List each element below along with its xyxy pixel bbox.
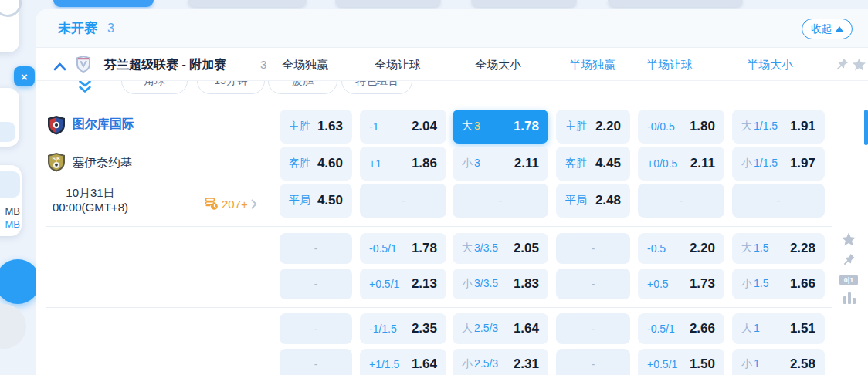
app-thumbnail	[0, 171, 20, 198]
odds-cell-empty[interactable]: -	[556, 349, 630, 375]
odds-column: - -	[556, 233, 630, 299]
section-header-bar: 未开赛 3 收起	[36, 9, 868, 48]
odds-cell[interactable]: -1/1.52.35	[360, 313, 446, 344]
score-01-icon[interactable]: 0|1	[839, 275, 858, 285]
odds-cell[interactable]: -12.04	[360, 110, 446, 144]
odds-cell-empty[interactable]: -	[280, 269, 352, 299]
odds-column-ht-overunder: 大1/1.51.91 小1/1.51.97 -	[732, 110, 825, 218]
scrollbar-thumb[interactable]	[864, 110, 868, 145]
odds-column: -0.52.20 +0.51.73	[638, 233, 724, 299]
odds-cell-empty[interactable]: -	[280, 313, 352, 344]
close-icon: ×	[21, 70, 28, 83]
odds-cell[interactable]: 小32.11	[453, 147, 548, 181]
odds-column-ft-handicap: -12.04 +11.86 -	[360, 110, 446, 218]
close-panel-button[interactable]: ×	[14, 66, 35, 86]
odds-cell[interactable]: 大1.52.28	[732, 233, 825, 264]
divider	[46, 226, 832, 227]
floating-secondary-button[interactable]	[0, 304, 26, 349]
odds-cell[interactable]: 小2.5/32.31	[453, 349, 548, 375]
odds-cell[interactable]: 小12.58	[732, 349, 825, 375]
divider	[46, 307, 832, 308]
chevron-up-icon[interactable]	[53, 60, 66, 74]
floating-action-button[interactable]	[0, 259, 40, 304]
odds-column-ft-1x2: 主胜1.63 客胜4.60 平局4.50	[280, 110, 352, 218]
odds-cell-empty[interactable]: -	[280, 349, 352, 375]
odds-cell[interactable]: +1/1.51.64	[360, 349, 446, 375]
odds-cell[interactable]: +11.86	[360, 147, 446, 181]
top-tab-5[interactable]	[608, 0, 743, 7]
stats-bar-chart-icon[interactable]	[843, 292, 856, 307]
file-size-label-blue[interactable]: MB	[0, 218, 20, 230]
odds-cell-ht-away-win[interactable]: 客胜4.45	[556, 147, 630, 181]
odds-cell-empty[interactable]: -	[732, 184, 825, 218]
file-size-label-dark: MB	[0, 205, 20, 217]
odds-column: - -	[280, 313, 352, 375]
league-match-count: 3	[260, 48, 266, 81]
odds-cell[interactable]: -0/0.51.80	[638, 110, 724, 144]
column-header-ft-1x2: 全场独赢	[270, 48, 340, 81]
odds-cell[interactable]: +0.5/12.13	[360, 269, 446, 299]
odds-cell-empty[interactable]: -	[280, 233, 352, 264]
svg-text:S|K: S|K	[53, 156, 61, 162]
section-title: 未开赛	[58, 9, 97, 48]
pin-icon[interactable]	[843, 253, 856, 269]
odds-cell-empty[interactable]: -	[556, 313, 630, 344]
top-tab-2[interactable]	[188, 0, 307, 7]
betting-odds-page: MB MB × 未开赛 3 收起 角球 15分钟 波胆 特色组合	[0, 0, 868, 375]
odds-cell[interactable]: +0/0.52.11	[638, 147, 724, 181]
odds-cell-selected[interactable]: 大31.78	[453, 110, 548, 144]
odds-cell[interactable]: -0.52.20	[638, 233, 724, 264]
odds-cell[interactable]: 小1.51.66	[732, 269, 825, 299]
top-tab-4[interactable]	[471, 0, 577, 7]
odds-cell-empty[interactable]: -	[638, 184, 724, 218]
divider	[36, 103, 832, 103]
odds-cell[interactable]: 大11.51	[732, 313, 825, 344]
pin-icon[interactable]	[836, 58, 849, 74]
odds-column: -1/1.52.35 +1/1.51.64	[360, 313, 446, 375]
odds-cell[interactable]: -0.5/11.78	[360, 233, 446, 264]
odds-cell-ht-home-win[interactable]: 主胜2.20	[556, 110, 630, 144]
odds-column: 大1.52.28 小1.51.66	[732, 233, 825, 299]
vertical-divider	[832, 81, 832, 375]
odds-cell-empty[interactable]: -	[556, 233, 630, 264]
odds-panel: 未开赛 3 收起 角球 15分钟 波胆 特色组合	[36, 9, 868, 375]
odds-cell-empty[interactable]: -	[556, 269, 630, 299]
odds-cell[interactable]: +0.5/11.50	[638, 349, 724, 375]
league-crest-icon	[75, 55, 92, 76]
odds-column: 大3/3.52.05 小3/3.51.83	[453, 233, 548, 299]
collapse-button[interactable]: 收起	[802, 19, 853, 39]
odds-column: - -	[280, 233, 352, 299]
left-panel-pill	[0, 122, 15, 142]
section-count: 3	[107, 9, 114, 48]
odds-cell[interactable]: 小1/1.51.97	[732, 147, 825, 181]
odds-cell-draw[interactable]: 平局4.50	[280, 184, 352, 218]
odds-column: -0.5/11.78 +0.5/12.13	[360, 233, 446, 299]
chevron-right-icon	[251, 199, 257, 209]
favorite-star-icon[interactable]	[852, 57, 866, 75]
odds-cell[interactable]: 大3/3.52.05	[453, 233, 548, 264]
odds-cell-ht-draw[interactable]: 平局2.48	[556, 184, 630, 218]
favorite-star-icon[interactable]	[841, 231, 856, 250]
more-markets-link[interactable]: 207+	[205, 197, 257, 211]
more-markets-count: 207+	[222, 198, 248, 211]
odds-column: 大2.5/31.64 小2.5/32.31	[453, 313, 548, 375]
expand-more-icon[interactable]	[77, 80, 93, 96]
odds-cell-empty[interactable]: -	[453, 184, 548, 218]
league-name[interactable]: 芬兰超级联赛 - 附加赛	[104, 48, 226, 81]
home-team-name[interactable]: 图尔库国际	[73, 117, 134, 133]
coins-icon	[205, 197, 219, 211]
match-time: 00:00(GMT+8)	[36, 200, 144, 215]
odds-column: -0.5/12.66 +0.5/11.50	[638, 313, 724, 375]
odds-cell[interactable]: 大1/1.51.91	[732, 110, 825, 144]
top-tab-3[interactable]	[335, 0, 441, 7]
away-team-crest: S|K	[46, 152, 66, 172]
away-team-name[interactable]: 塞伊奈约基	[73, 155, 133, 171]
odds-cell[interactable]: +0.51.73	[638, 269, 724, 299]
top-tab-active[interactable]	[53, 0, 154, 7]
odds-cell[interactable]: -0.5/12.66	[638, 313, 724, 344]
odds-cell-home-win[interactable]: 主胜1.63	[280, 110, 352, 144]
odds-cell[interactable]: 大2.5/31.64	[453, 313, 548, 344]
odds-cell[interactable]: 小3/3.51.83	[453, 269, 548, 299]
odds-cell-empty[interactable]: -	[360, 184, 446, 218]
odds-cell-away-win[interactable]: 客胜4.60	[280, 147, 352, 181]
